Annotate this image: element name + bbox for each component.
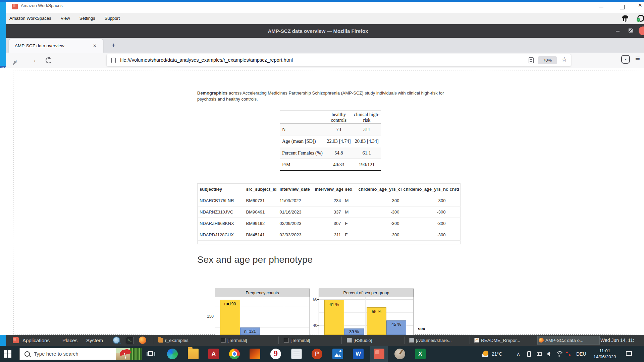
wifi-dot: [558, 355, 560, 357]
reader-view-icon[interactable]: [529, 57, 534, 63]
taskbar-app-powerpoint[interactable]: P: [310, 347, 324, 361]
firefox-titlebar: AMP-SCZ data overview — Mozilla Firefox: [6, 24, 644, 38]
search-highlight-graphic[interactable]: [116, 348, 142, 360]
linux-taskbar: Applications Places System >_ r_examples…: [6, 335, 644, 346]
window-button-terminal-2[interactable]: [Terminal]: [282, 336, 339, 345]
sync-status-icon[interactable]: ✓: [637, 15, 644, 22]
page-content: Demographics across Accelerating Medicin…: [0, 68, 644, 335]
bookmark-star-icon[interactable]: ☆: [561, 56, 567, 63]
y-tick-label: 40: [304, 323, 317, 328]
menu-item-amazon-workspaces[interactable]: Amazon WorkSpaces: [9, 16, 51, 21]
teamviewer-icon[interactable]: [566, 352, 571, 356]
window-button-terminal-1[interactable]: [Terminal]: [219, 336, 276, 345]
windows-taskbar: Type here to search A 9 P W X 21°C ∧ DEU…: [0, 346, 644, 362]
selection-dash-left: [13, 70, 13, 334]
window-button-r-examples[interactable]: r_examples: [157, 336, 211, 345]
taskbar-app-excel[interactable]: X: [414, 347, 427, 361]
start-button[interactable]: [4, 350, 11, 358]
table-row: healthy controls clinical high-risk: [280, 111, 381, 124]
tab-close-icon[interactable]: ✕: [93, 39, 97, 53]
chart-title: Percent of sex per group: [319, 289, 414, 297]
firefox-minimize-icon[interactable]: [616, 31, 620, 32]
taskbar-divider: [470, 337, 470, 344]
taskbar-app-red-circle[interactable]: 9: [269, 347, 282, 361]
table-row: NDARZH668KNX BM99192 02/09/2023 307 F -3…: [198, 218, 461, 229]
section-heading: Sex and age per phenotype: [197, 254, 313, 265]
file-manager-icon: [409, 338, 414, 343]
table-row: F/M 40/33 190/121: [280, 159, 381, 171]
folder-icon: [158, 338, 163, 343]
search-box[interactable]: Type here to search: [19, 348, 142, 360]
intro-text: across Accelerating Medicines Partnershi…: [197, 90, 444, 102]
workspaces-menu-icon[interactable]: [13, 337, 19, 343]
gridline: [262, 297, 262, 335]
taskbar-app-file-explorer[interactable]: [186, 347, 200, 361]
table-row: NDARNZ310JVC BM90491 01/16/2023 337 M -3…: [198, 206, 461, 218]
firefox-restore-icon[interactable]: [629, 28, 633, 33]
reload-button[interactable]: [46, 57, 52, 63]
workspaces-titlebar: [6, 2, 644, 13]
tab-title: AMP-SCZ data overview: [15, 39, 89, 53]
taskbar-app-edge[interactable]: [166, 347, 179, 361]
forward-button[interactable]: →: [30, 56, 37, 64]
keyboard-layout[interactable]: DEU: [576, 346, 586, 362]
taskbar-app-matlab[interactable]: [248, 347, 262, 361]
firefox-launcher-icon[interactable]: [139, 337, 146, 344]
gridline: [284, 297, 284, 335]
taskbar-app-gimp[interactable]: [393, 347, 407, 361]
window-button-rstudio[interactable]: [RStudio]: [345, 336, 402, 345]
window-button-ampscz-active[interactable]: AMP-SCZ data o...: [537, 336, 600, 345]
muted-speaker-icon[interactable]: [547, 352, 550, 356]
notification-icon[interactable]: [626, 351, 632, 356]
window-button-readme[interactable]: README_Rrepor...: [473, 336, 533, 345]
subject-data-table: subjectkey src_subject_id interview_date…: [197, 183, 461, 244]
tray-expand-icon[interactable]: ∧: [517, 346, 520, 362]
taskbar-app-acrobat[interactable]: A: [207, 347, 220, 361]
taskbar-app-notepad[interactable]: [290, 347, 303, 361]
pocket-icon[interactable]: ⌄: [621, 55, 630, 64]
hamburger-menu-icon[interactable]: ≡: [635, 54, 640, 63]
url-text[interactable]: file:///volumes/shared/data_analyses_exa…: [120, 54, 293, 66]
url-bar[interactable]: file:///volumes/shared/data_analyses_exa…: [107, 54, 571, 66]
intro-paragraph: Demographics across Accelerating Medicin…: [197, 90, 462, 102]
col-clinical-high-risk: clinical high-risk: [353, 111, 381, 124]
window-button-volumes[interactable]: [/volumes/share...: [408, 336, 468, 345]
menu-item-support[interactable]: Support: [105, 16, 120, 21]
taskbar-app-chrome[interactable]: [228, 347, 241, 361]
wifi-icon-inner: [557, 353, 562, 357]
task-view-icon[interactable]: [147, 351, 155, 357]
menu-applications[interactable]: Applications: [22, 335, 50, 346]
temperature[interactable]: 21°C: [492, 346, 502, 362]
workspaces-logo-icon: [12, 4, 18, 9]
minimize-icon[interactable]: [599, 7, 603, 7]
menu-item-settings[interactable]: Settings: [79, 16, 95, 21]
clock[interactable]: Wed Jun 14, 11:: [600, 335, 644, 346]
terminal-icon: [284, 338, 289, 343]
taskbar-divider: [405, 337, 405, 344]
firefox-window-title: AMP-SCZ data overview — Mozilla Firefox: [6, 24, 630, 38]
table-row: NDARCB175LNR BM60731 11/03/2022 234 M -3…: [198, 195, 461, 206]
search-icon[interactable]: [113, 337, 120, 344]
search-icon: [24, 351, 30, 357]
taskbar-app-word[interactable]: W: [352, 347, 365, 361]
taskbar-app-photos[interactable]: [331, 347, 344, 361]
menu-places[interactable]: Places: [62, 335, 77, 346]
page-icon: [111, 58, 116, 63]
display-icon[interactable]: [537, 352, 542, 356]
your-phone-icon[interactable]: [527, 351, 531, 357]
network-tethering-icon[interactable]: [621, 15, 630, 22]
clock[interactable]: 11:01 14/06/2023: [589, 348, 621, 360]
zoom-level-badge[interactable]: 70%: [538, 56, 557, 64]
new-tab-button[interactable]: +: [109, 41, 118, 50]
tab-ampscz-data-overview[interactable]: AMP-SCZ data overview ✕: [9, 39, 103, 53]
menu-system[interactable]: System: [86, 335, 103, 346]
selection-dash-top: [13, 70, 644, 70]
taskbar-app-workspaces[interactable]: [372, 347, 386, 361]
maximize-icon[interactable]: [620, 5, 625, 9]
y-tick-label: 60: [304, 297, 317, 302]
menu-item-view[interactable]: View: [61, 16, 70, 21]
close-icon[interactable]: ✕: [638, 2, 642, 8]
workspaces-window-title: Amazon WorkSpaces: [21, 3, 63, 8]
taskbar-divider: [214, 337, 214, 344]
terminal-launcher-icon[interactable]: >_: [126, 337, 134, 344]
